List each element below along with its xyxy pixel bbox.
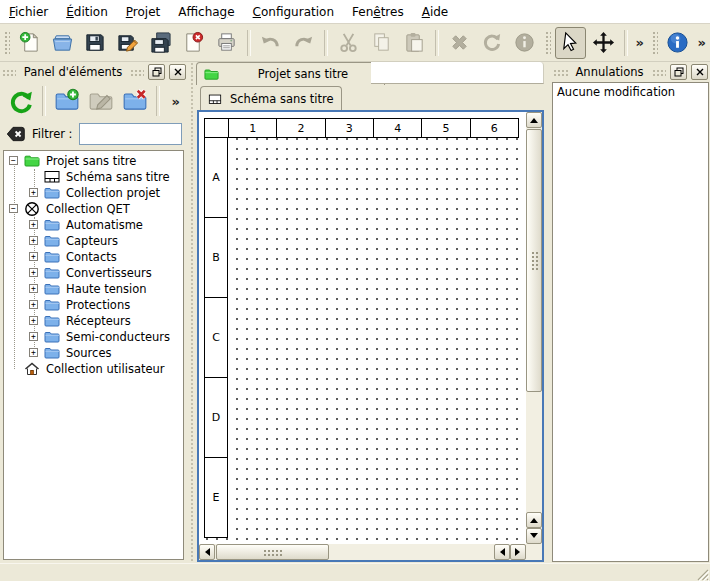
save-button[interactable] <box>79 27 110 59</box>
copy-button[interactable] <box>366 27 397 59</box>
delete-button[interactable] <box>444 27 475 59</box>
resize-grip-icon[interactable] <box>695 567 709 581</box>
expand-expander-icon[interactable]: + <box>29 300 38 309</box>
menu-aide[interactable]: Aide <box>413 2 458 22</box>
tree-item-protections[interactable]: +Protections <box>4 297 183 313</box>
tree-item-schema-sans-titre[interactable]: Schéma sans titre <box>4 169 183 185</box>
elements-panel-titlebar[interactable]: Panel d'éléments <box>0 63 188 81</box>
vertical-scrollbar[interactable] <box>526 112 542 544</box>
menu-fenetres[interactable]: Fenêtres <box>343 2 413 22</box>
column-header-6: 6 <box>471 119 518 137</box>
undo-list-item: Aucune modification <box>553 83 708 101</box>
tree-item-capteurs[interactable]: +Capteurs <box>4 233 183 249</box>
tree-item-recepteurs[interactable]: +Récepteurs <box>4 313 183 329</box>
scroll-left-button-2[interactable] <box>494 544 510 560</box>
tab-schema[interactable]: Schéma sans titre <box>200 86 342 111</box>
diagram-view: 123456 ABCDE <box>197 110 544 562</box>
vertical-scroll-thumb[interactable] <box>526 129 542 392</box>
scroll-right-button[interactable] <box>510 544 526 560</box>
select-arrow-button[interactable] <box>555 27 586 59</box>
float-panel-button[interactable] <box>670 64 687 80</box>
tree-item-label: Schéma sans titre <box>66 170 170 184</box>
expand-expander-icon[interactable]: + <box>29 188 38 197</box>
redo-button[interactable] <box>288 27 319 59</box>
print-button[interactable] <box>211 27 242 59</box>
tree-item-collection-utilisateur[interactable]: Collection utilisateur <box>4 361 183 377</box>
float-panel-button[interactable] <box>148 64 165 80</box>
folder-icon <box>44 185 60 201</box>
folder-icon <box>44 297 60 313</box>
diagram-canvas[interactable]: 123456 ABCDE <box>199 112 526 544</box>
tree-item-semi-conducteurs[interactable]: +Semi-conducteurs <box>4 329 183 345</box>
menu-edition[interactable]: Édition <box>57 2 117 22</box>
tree-item-sources[interactable]: +Sources <box>4 345 183 361</box>
folder-icon <box>44 345 60 361</box>
new-document-button[interactable] <box>14 27 45 59</box>
menu-affichage[interactable]: Affichage <box>169 2 243 22</box>
close-file-button[interactable] <box>178 27 209 59</box>
edit-category-button[interactable] <box>84 84 118 118</box>
filter-input[interactable] <box>79 123 183 145</box>
titlebar-grip[interactable] <box>130 69 144 76</box>
save-as-button[interactable] <box>112 27 143 59</box>
open-file-button[interactable] <box>47 27 78 59</box>
titleblock-icon <box>44 169 60 185</box>
toolbar-grip[interactable] <box>544 30 551 56</box>
horizontal-scrollbar[interactable] <box>199 544 526 560</box>
horizontal-scroll-thumb[interactable] <box>216 544 329 560</box>
reload-collections-button[interactable] <box>4 84 38 118</box>
scroll-left-button[interactable] <box>199 544 215 560</box>
paste-button[interactable] <box>399 27 430 59</box>
expand-expander-icon[interactable]: + <box>29 236 38 245</box>
expand-expander-icon[interactable]: + <box>29 284 38 293</box>
tree-item-collection-qet[interactable]: −Collection QET <box>4 201 183 217</box>
scroll-down-button[interactable] <box>526 528 542 544</box>
rotate-button[interactable] <box>476 27 507 59</box>
column-header-5: 5 <box>422 119 470 137</box>
toolbar-grip[interactable] <box>3 30 10 56</box>
scroll-up-button-2[interactable] <box>526 512 542 528</box>
toolbar-overflow-chevron[interactable]: » <box>693 35 709 50</box>
dock-splitter-left[interactable] <box>189 61 195 563</box>
tree-item-projet-sans-titre[interactable]: −Projet sans titre <box>4 153 183 169</box>
qet-icon <box>24 201 40 217</box>
titlebar-grip[interactable] <box>553 69 568 76</box>
menu-projet[interactable]: Projet <box>117 2 169 22</box>
move-cross-button[interactable] <box>588 27 619 59</box>
tree-item-contacts[interactable]: +Contacts <box>4 249 183 265</box>
titlebar-grip[interactable] <box>2 69 16 76</box>
tree-item-haute-tension[interactable]: +Haute tension <box>4 281 183 297</box>
undo-panel-titlebar[interactable]: Annulations <box>551 63 710 81</box>
expand-expander-icon[interactable]: + <box>29 220 38 229</box>
expand-expander-icon[interactable]: + <box>29 316 38 325</box>
delete-category-button[interactable] <box>118 84 152 118</box>
tree-item-convertisseurs[interactable]: +Convertisseurs <box>4 265 183 281</box>
cut-button[interactable] <box>333 27 364 59</box>
expand-expander-icon[interactable]: + <box>29 348 38 357</box>
titlebar-grip[interactable] <box>652 69 667 76</box>
new-category-button[interactable] <box>50 84 84 118</box>
scroll-up-button[interactable] <box>526 112 542 128</box>
menu-fichier[interactable]: Fichier <box>0 2 57 22</box>
tab-project[interactable]: Projet sans titre <box>196 62 385 85</box>
tree-item-label: Collection QET <box>46 202 130 216</box>
clear-filter-icon[interactable] <box>6 124 26 144</box>
expand-expander-icon[interactable]: + <box>29 252 38 261</box>
expand-expander-icon[interactable]: + <box>29 268 38 277</box>
menu-configuration[interactable]: Configuration <box>244 2 343 22</box>
undo-button[interactable] <box>256 27 287 59</box>
panel-overflow-chevron[interactable]: » <box>168 94 184 109</box>
tree-item-automatisme[interactable]: +Automatisme <box>4 217 183 233</box>
collapse-expander-icon[interactable]: − <box>9 156 18 165</box>
properties-button[interactable] <box>509 27 540 59</box>
close-panel-button[interactable] <box>169 64 186 80</box>
collapse-expander-icon[interactable]: − <box>9 204 18 213</box>
save-all-button[interactable] <box>145 27 176 59</box>
expand-expander-icon[interactable]: + <box>29 332 38 341</box>
close-panel-button[interactable] <box>691 64 708 80</box>
undo-history-list[interactable]: Aucune modification <box>552 82 709 562</box>
toolbar-overflow-chevron[interactable]: » <box>632 35 648 50</box>
toolbar-grip[interactable] <box>651 30 658 56</box>
about-info-button[interactable] <box>662 27 693 59</box>
tree-item-collection-projet[interactable]: +Collection projet <box>4 185 183 201</box>
